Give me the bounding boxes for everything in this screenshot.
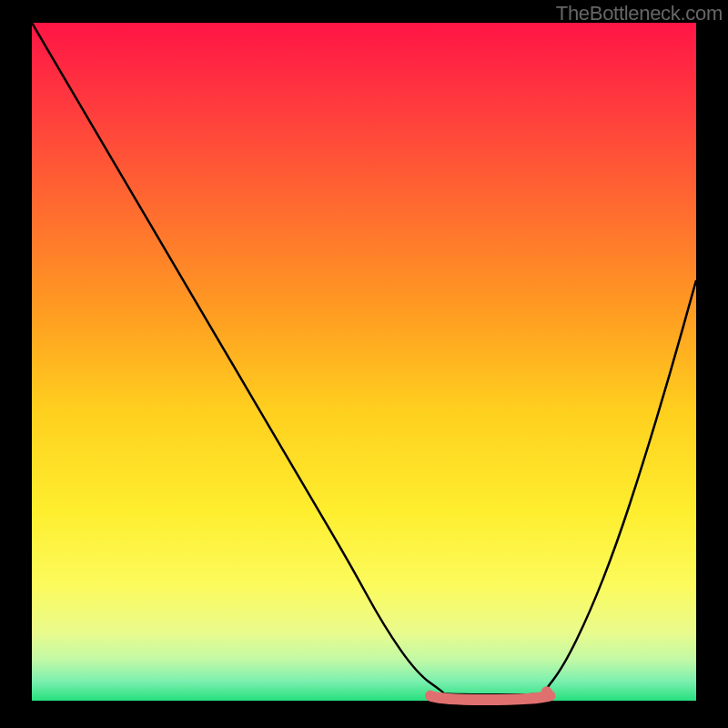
optimal-range-end-dot [541,686,552,697]
chart-container: TheBottleneck.com [0,0,728,728]
plot-area [32,23,696,701]
attribution-text: TheBottleneck.com [556,2,723,25]
bottleneck-curve [32,23,696,694]
optimal-range-highlight [430,696,550,701]
curve-overlay [32,23,696,701]
